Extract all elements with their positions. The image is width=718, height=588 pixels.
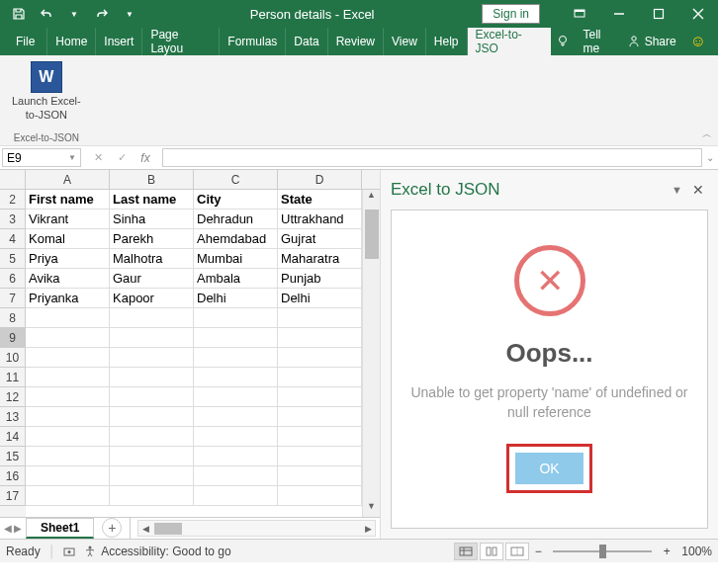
cell[interactable]: Ahemdabad: [194, 229, 278, 249]
cell[interactable]: [194, 466, 278, 486]
column-header-c[interactable]: C: [194, 170, 278, 189]
cell[interactable]: [278, 427, 362, 447]
column-header-b[interactable]: B: [110, 170, 194, 189]
row-header[interactable]: 5: [0, 249, 26, 269]
expand-formula-bar[interactable]: ⌄: [706, 152, 714, 163]
cell[interactable]: [194, 348, 278, 368]
cell[interactable]: [110, 407, 194, 427]
cell[interactable]: [110, 387, 194, 407]
cell[interactable]: [110, 328, 194, 348]
row-header[interactable]: 3: [0, 210, 26, 229]
cell[interactable]: Sinha: [110, 210, 194, 229]
save-button[interactable]: [6, 3, 32, 25]
undo-dropdown[interactable]: ▼: [61, 3, 87, 25]
cell[interactable]: Mumbai: [194, 249, 278, 269]
cell[interactable]: [110, 447, 194, 466]
macro-record-icon[interactable]: [63, 546, 75, 557]
tab-page-layout[interactable]: Page Layou: [142, 28, 220, 55]
collapse-ribbon-button[interactable]: ︿: [702, 127, 712, 141]
cell[interactable]: Maharatra: [278, 249, 362, 269]
cell[interactable]: [278, 368, 362, 387]
cell[interactable]: Gaur: [110, 269, 194, 289]
cell[interactable]: [194, 427, 278, 447]
task-pane-menu[interactable]: ▼: [666, 184, 688, 196]
add-sheet-button[interactable]: +: [102, 518, 122, 538]
minimize-button[interactable]: [599, 0, 639, 28]
view-pagelayout-button[interactable]: [480, 543, 503, 560]
cell[interactable]: [26, 466, 110, 486]
cell[interactable]: [278, 348, 362, 368]
row-header[interactable]: 8: [0, 308, 26, 328]
cell[interactable]: [194, 368, 278, 387]
column-header-d[interactable]: D: [278, 170, 362, 189]
select-all-corner[interactable]: [0, 170, 26, 189]
cell[interactable]: City: [194, 190, 278, 210]
row-header[interactable]: 7: [0, 289, 26, 308]
cell[interactable]: [110, 466, 194, 486]
zoom-slider-thumb[interactable]: [599, 545, 606, 558]
tab-help[interactable]: Help: [426, 28, 468, 55]
cell[interactable]: Gujrat: [278, 229, 362, 249]
cell[interactable]: [26, 368, 110, 387]
cell[interactable]: Komal: [26, 229, 110, 249]
tell-me-icon[interactable]: [551, 28, 576, 55]
row-header[interactable]: 13: [0, 407, 26, 427]
zoom-slider[interactable]: [553, 550, 652, 552]
row-header[interactable]: 10: [0, 348, 26, 368]
task-pane-close[interactable]: ✕: [688, 182, 708, 198]
row-header[interactable]: 14: [0, 427, 26, 447]
maximize-button[interactable]: [639, 0, 678, 28]
cell[interactable]: [278, 308, 362, 328]
row-header[interactable]: 2: [0, 190, 26, 210]
cell[interactable]: [26, 328, 110, 348]
share-button[interactable]: Share: [627, 35, 676, 48]
cell[interactable]: Vikrant: [26, 210, 110, 229]
tab-insert[interactable]: Insert: [96, 28, 142, 55]
vertical-scrollbar[interactable]: ▲ ▼: [362, 190, 380, 517]
cell[interactable]: Delhi: [194, 289, 278, 308]
close-button[interactable]: [678, 0, 718, 28]
cell[interactable]: Last name: [110, 190, 194, 210]
row-header[interactable]: 9: [0, 328, 26, 348]
cell[interactable]: [26, 486, 110, 506]
zoom-percent[interactable]: 100%: [681, 545, 712, 558]
row-header[interactable]: 16: [0, 466, 26, 486]
undo-button[interactable]: [34, 3, 59, 25]
feedback-button[interactable]: ☺: [690, 33, 706, 50]
enter-formula-button[interactable]: ✓: [111, 149, 133, 167]
cells[interactable]: First nameLast nameCityStateVikrantSinha…: [26, 190, 362, 517]
cell[interactable]: [278, 387, 362, 407]
cell[interactable]: Parekh: [110, 229, 194, 249]
tab-view[interactable]: View: [384, 28, 426, 55]
qat-customize[interactable]: ▼: [117, 3, 142, 25]
zoom-in-button[interactable]: +: [660, 545, 673, 558]
launch-excel-to-json-button[interactable]: W Launch Excel- to-JSON: [8, 59, 85, 123]
redo-button[interactable]: [89, 3, 115, 25]
tab-formulas[interactable]: Formulas: [220, 28, 286, 55]
scroll-left-arrow[interactable]: ◀: [138, 524, 152, 534]
cell[interactable]: Priya: [26, 249, 110, 269]
row-header[interactable]: 12: [0, 387, 26, 407]
cell[interactable]: [278, 466, 362, 486]
cell[interactable]: [110, 348, 194, 368]
scroll-down-arrow[interactable]: ▼: [363, 501, 380, 517]
cancel-formula-button[interactable]: ✕: [87, 149, 109, 167]
formula-input[interactable]: [162, 148, 702, 167]
cell[interactable]: [26, 387, 110, 407]
ribbon-options-button[interactable]: [560, 0, 599, 28]
sign-in-button[interactable]: Sign in: [482, 4, 540, 24]
tab-home[interactable]: Home: [47, 28, 96, 55]
cell[interactable]: [278, 447, 362, 466]
cell[interactable]: [194, 308, 278, 328]
cell[interactable]: [26, 427, 110, 447]
cell[interactable]: [110, 486, 194, 506]
name-box[interactable]: E9 ▼: [2, 148, 81, 167]
cell[interactable]: [278, 407, 362, 427]
cell[interactable]: [194, 328, 278, 348]
cell[interactable]: Priyanka: [26, 289, 110, 308]
cell[interactable]: State: [278, 190, 362, 210]
cell[interactable]: [278, 328, 362, 348]
chevron-down-icon[interactable]: ▼: [68, 153, 76, 162]
cell[interactable]: First name: [26, 190, 110, 210]
row-header[interactable]: 6: [0, 269, 26, 289]
